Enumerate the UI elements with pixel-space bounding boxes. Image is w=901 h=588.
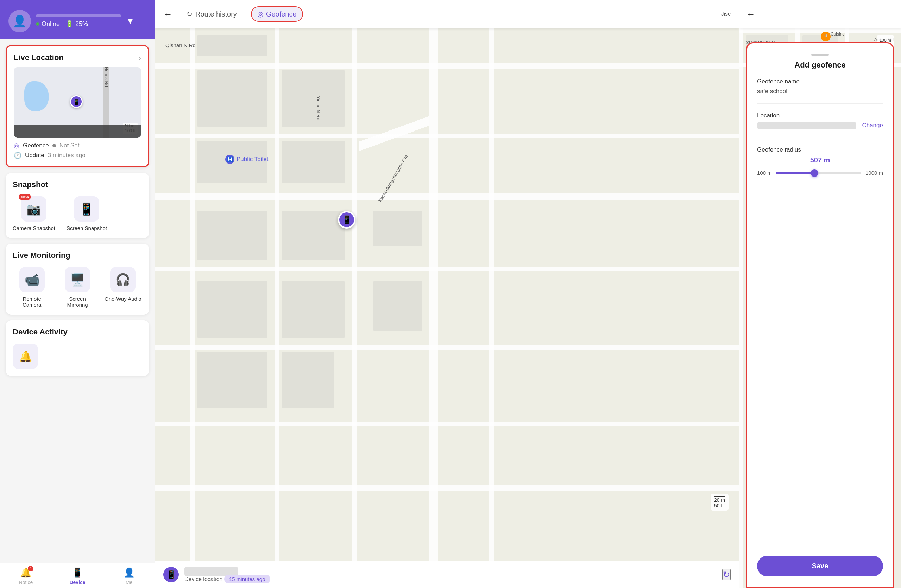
road-v1 <box>190 28 195 588</box>
road-h5 <box>155 345 739 350</box>
snapshot-card: Snapshot New 📷 Camera Snapshot 📱 Screen … <box>6 173 149 238</box>
screen-snapshot-icon: 📱 <box>79 202 94 216</box>
screen-mirroring-label: Screen Mirroring <box>58 296 97 308</box>
device-activity-row: 🔔 <box>12 344 142 369</box>
right-road-v1 <box>739 0 744 588</box>
save-button[interactable]: Save <box>757 555 883 576</box>
location-row: Change <box>757 122 883 129</box>
road-h7 <box>155 485 739 491</box>
notice-label: Notice <box>19 580 33 585</box>
one-way-audio-item[interactable]: 🎧 One-Way Audio <box>104 267 142 308</box>
radius-label: Geofence radius <box>757 146 883 153</box>
cuisine-pin: 🍴 <box>821 32 831 42</box>
road-v4 <box>429 28 438 588</box>
battery-percentage: 25% <box>75 20 88 28</box>
nav-device[interactable]: 📱 Device <box>52 567 103 585</box>
public-toilet-label: Public Toilet <box>237 156 268 163</box>
live-map[interactable]: Helms Rd 📱 50 m 100 ft <box>14 67 141 137</box>
public-toilet-poi: 🚻 Public Toilet <box>225 155 268 164</box>
map-top-bar: ← ↻ Route history ◎ Geofence Jisc <box>155 0 739 28</box>
geofence-tab-icon: ◎ <box>257 10 263 18</box>
road-h1 <box>155 63 739 69</box>
radius-slider[interactable] <box>776 172 861 174</box>
geofence-name-value: safe school <box>757 88 883 95</box>
status-row: Online 🔋 25% <box>36 20 121 28</box>
building-13 <box>373 282 422 331</box>
map-back-button[interactable]: ← <box>163 9 173 20</box>
battery-info: 🔋 25% <box>65 20 88 28</box>
scale-bar: 20 m 50 ft <box>711 494 728 511</box>
username-blurred <box>36 14 121 17</box>
geofence-icon: ◎ <box>14 142 19 149</box>
camera-snapshot-icon-wrap: New 📷 <box>21 196 47 222</box>
activity-icon-1: 🔔 <box>12 344 38 369</box>
nav-me[interactable]: 👤 Me <box>103 567 155 585</box>
live-monitoring-title: Live Monitoring <box>12 251 142 260</box>
location-blurred <box>757 122 856 129</box>
live-info: ◎ Geofence Not Set 🕐 Update 3 minutes ag… <box>14 142 141 159</box>
dropdown-button[interactable]: ▼ <box>126 16 134 26</box>
device-pin-icon: 📱 <box>342 215 352 224</box>
right-back-button[interactable]: ← <box>746 9 755 20</box>
header-controls: ▼ + <box>126 16 147 26</box>
screen-snapshot-label: Screen Snapshot <box>67 225 107 231</box>
me-icon: 👤 <box>123 567 135 578</box>
geofence-handle <box>811 54 829 56</box>
building-12 <box>373 211 422 246</box>
building-10 <box>197 352 268 408</box>
screen-mirroring-icon-wrap: 🖥️ <box>65 267 90 292</box>
add-button[interactable]: + <box>142 16 147 26</box>
remote-camera-icon: 📹 <box>25 272 39 286</box>
pin-icon: 📱 <box>73 98 80 105</box>
nav-notice[interactable]: 🔔 1 Notice <box>0 567 52 585</box>
live-location-card: Live Location › Helms Rd 📱 50 m 100 ft <box>6 45 149 167</box>
location-label: Location <box>757 112 883 119</box>
bottom-nav: 🔔 1 Notice 📱 Device 👤 Me <box>0 563 155 588</box>
building-11 <box>282 352 334 408</box>
jisc-label: Jisc <box>721 11 731 17</box>
map-road-label: Helms Rd <box>104 67 109 87</box>
left-content: Live Location › Helms Rd 📱 50 m 100 ft <box>0 39 155 563</box>
location-field: Location Change <box>757 112 883 129</box>
slider-thumb <box>811 169 818 177</box>
online-dot <box>36 22 39 26</box>
one-way-audio-icon: 🎧 <box>115 272 130 286</box>
change-button[interactable]: Change <box>862 122 883 129</box>
device-avatar-icon: 📱 <box>167 570 176 579</box>
snapshot-grid: New 📷 Camera Snapshot 📱 Screen Snapshot <box>12 196 142 231</box>
radius-value: 507 m <box>757 156 883 164</box>
road-diag <box>359 28 429 239</box>
building-2 <box>197 70 268 127</box>
yiding-road-label: Yiding N Rd <box>316 96 321 120</box>
map-refresh-button[interactable]: ↻ <box>722 569 731 580</box>
user-avatar-icon: 👤 <box>12 14 27 28</box>
map-background: Qishan N Rd Xiamenkongzhongche Ave Yidin… <box>155 0 739 588</box>
remote-camera-icon-wrap: 📹 <box>19 267 45 292</box>
device-location-pin: 📱 <box>338 211 355 229</box>
online-label: Online <box>42 20 60 28</box>
middle-panel: Qishan N Rd Xiamenkongzhongche Ave Yidin… <box>155 0 739 588</box>
new-badge: New <box>19 194 31 200</box>
device-avatar: 📱 <box>163 567 179 582</box>
status-dot <box>53 144 56 147</box>
route-history-icon: ↻ <box>187 10 193 18</box>
screen-snapshot-item[interactable]: 📱 Screen Snapshot <box>67 196 107 231</box>
online-status: Online <box>36 20 60 28</box>
screen-mirroring-item[interactable]: 🖥️ Screen Mirroring <box>58 267 97 308</box>
camera-snapshot-item[interactable]: New 📷 Camera Snapshot <box>12 196 55 231</box>
geofence-panel: Add geofence Geofence name safe school L… <box>746 42 894 588</box>
building-5 <box>282 141 345 183</box>
device-activity-title: Device Activity <box>12 327 142 336</box>
route-history-tab[interactable]: ↻ Route history <box>181 7 243 21</box>
monitoring-grid: 📹 Remote Camera 🖥️ Screen Mirroring 🎧 On… <box>12 267 142 308</box>
slider-row: 100 m 1000 m <box>757 170 883 176</box>
card-arrow-icon: › <box>139 54 141 62</box>
device-activity-card: Device Activity 🔔 <box>6 320 149 376</box>
building-9 <box>282 282 345 338</box>
update-info-item: 🕐 Update 3 minutes ago <box>14 152 141 159</box>
remote-camera-item[interactable]: 📹 Remote Camera <box>12 267 51 308</box>
left-panel: 👤 Online 🔋 25% ▼ + Live Loca <box>0 0 155 588</box>
road-v5 <box>489 28 494 588</box>
geofence-tab[interactable]: ◎ Geofence <box>251 6 303 22</box>
battery-icon: 🔋 <box>65 20 73 28</box>
